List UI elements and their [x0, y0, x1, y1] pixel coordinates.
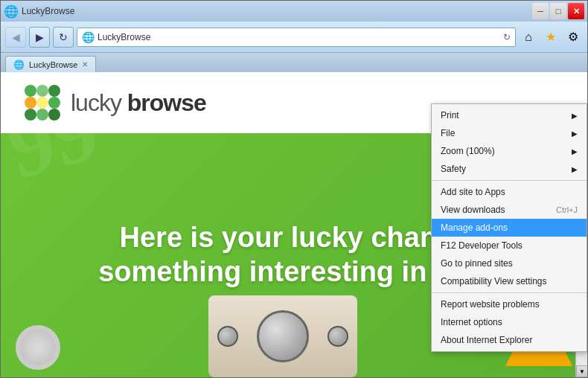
menu-label-safety: Safety	[441, 164, 572, 174]
toolbar: ◀ ▶ ↻ 🌐 LuckyBrowse ↻ ⌂ ★ ⚙	[1, 22, 587, 53]
menu-shortcut-downloads: Ctrl+J	[556, 205, 578, 214]
menu-label-zoom: Zoom (100%)	[441, 146, 572, 156]
menu-item-compat[interactable]: Compatibility View settings	[432, 272, 587, 290]
address-bar[interactable]: 🌐 LuckyBrowse ↻	[77, 28, 516, 47]
menu-item-add-site[interactable]: Add site to Apps	[432, 183, 587, 201]
forward-button[interactable]: ▶	[29, 27, 50, 48]
menu-label-internet-options: Internet options	[441, 317, 578, 327]
menu-label-print: Print	[441, 110, 572, 121]
active-tab[interactable]: 🌐 LuckyBrowse ✕	[5, 56, 96, 72]
logo-icon	[23, 83, 62, 122]
menu-label-manage-addons: Manage add-ons	[441, 222, 578, 233]
refresh-button[interactable]: ↻	[53, 27, 74, 48]
titlebar: 🌐 LuckyBrowse ─ □ ✕	[1, 1, 587, 22]
tab-bar: 🌐 LuckyBrowse ✕	[1, 53, 587, 72]
logo-lucky: lucky	[71, 89, 121, 116]
settings-icon[interactable]: ⚙	[563, 28, 583, 47]
menu-item-view-downloads[interactable]: View downloads Ctrl+J	[432, 201, 587, 219]
menu-label-compat: Compatibility View settings	[441, 276, 578, 286]
menu-label-add-site: Add site to Apps	[441, 187, 578, 197]
svg-point-5	[48, 97, 60, 109]
titlebar-left: 🌐 LuckyBrowse	[4, 4, 74, 19]
window-controls: ─ □ ✕	[532, 3, 584, 19]
menu-item-internet-options[interactable]: Internet options	[432, 313, 587, 331]
menu-item-manage-addons[interactable]: Manage add-ons	[432, 219, 587, 237]
tab-label: LuckyBrowse	[29, 60, 77, 69]
menu-item-report[interactable]: Report website problems	[432, 295, 587, 313]
page-icon: 🌐	[82, 31, 95, 43]
menu-arrow-file: ▶	[572, 129, 578, 138]
close-button[interactable]: ✕	[568, 3, 584, 19]
svg-point-7	[36, 109, 48, 121]
minimize-button[interactable]: ─	[532, 3, 549, 19]
logo-svg	[23, 83, 62, 122]
menu-label-file: File	[441, 128, 572, 138]
svg-point-0	[25, 85, 36, 97]
svg-point-3	[25, 97, 36, 109]
address-text: LuckyBrowse	[98, 32, 500, 42]
menu-item-about[interactable]: About Internet Explorer	[432, 331, 587, 349]
menu-item-zoom[interactable]: Zoom (100%) ▶	[432, 142, 587, 160]
browser-window: 🌐 LuckyBrowse ─ □ ✕ ◀ ▶ ↻ 🌐 LuckyBrowse …	[0, 0, 588, 378]
content-area: 99	[1, 72, 587, 377]
svg-point-8	[48, 109, 60, 121]
menu-item-file[interactable]: File ▶	[432, 124, 587, 142]
menu-item-f12[interactable]: F12 Developer Tools	[432, 237, 587, 254]
refresh-small-icon: ↻	[503, 32, 511, 42]
menu-item-print[interactable]: Print ▶	[432, 106, 587, 124]
menu-separator-1	[432, 180, 587, 181]
toolbar-right-icons: ⌂ ★ ⚙	[519, 28, 583, 47]
logo-browse: browse	[127, 89, 206, 116]
menu-label-f12: F12 Developer Tools	[441, 240, 578, 251]
logo-container: lucky browse	[23, 83, 206, 122]
menu-arrow-safety: ▶	[572, 165, 578, 173]
svg-point-2	[48, 85, 60, 97]
ie-logo-icon: 🌐	[4, 4, 19, 19]
tab-close-button[interactable]: ✕	[82, 60, 88, 68]
menu-arrow-print: ▶	[572, 112, 578, 120]
menu-separator-2	[432, 292, 587, 293]
tab-icon: 🌐	[13, 60, 25, 70]
svg-point-1	[36, 85, 48, 97]
maximize-button[interactable]: □	[550, 3, 566, 19]
menu-label-view-downloads: View downloads	[441, 205, 556, 215]
svg-point-6	[25, 109, 36, 121]
svg-point-4	[36, 97, 48, 109]
menu-label-report: Report website problems	[441, 299, 578, 310]
favorites-icon[interactable]: ★	[541, 28, 560, 47]
home-icon[interactable]: ⌂	[519, 28, 538, 47]
scroll-down-button[interactable]: ▼	[576, 365, 587, 377]
window-title: LuckyBrowse	[22, 6, 74, 16]
tape-roll	[16, 325, 60, 377]
menu-label-about: About Internet Explorer	[441, 335, 578, 345]
context-menu: Print ▶ File ▶ Zoom (100%) ▶ Safety ▶ Ad…	[431, 103, 587, 352]
menu-arrow-zoom: ▶	[572, 147, 578, 156]
menu-label-pinned: Go to pinned sites	[441, 258, 578, 269]
menu-item-safety[interactable]: Safety ▶	[432, 160, 587, 178]
menu-item-pinned[interactable]: Go to pinned sites	[432, 254, 587, 272]
logo-text: lucky browse	[71, 89, 206, 117]
back-button[interactable]: ◀	[5, 27, 26, 48]
